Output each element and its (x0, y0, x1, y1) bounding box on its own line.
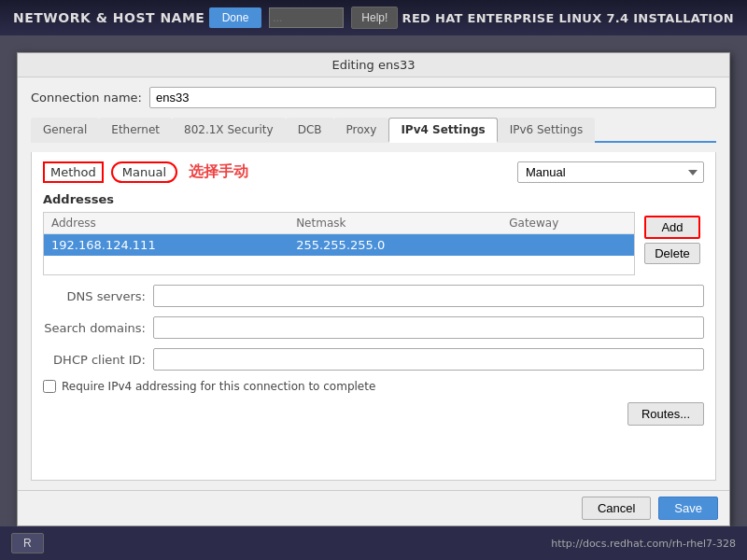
cell-address: 192.168.124.111 (44, 234, 289, 257)
addr-buttons: Add Delete (641, 212, 704, 268)
col-gateway: Gateway (501, 213, 634, 234)
connection-name-row: Connection name: (31, 87, 716, 108)
dns-row: DNS servers: (43, 285, 704, 307)
dns-label: DNS servers: (43, 289, 146, 303)
tab-ipv4[interactable]: IPv4 Settings (388, 118, 497, 143)
col-netmask: Netmask (289, 213, 501, 234)
dialog-title: Editing ens33 (18, 53, 729, 77)
method-label: Method (43, 161, 104, 183)
dialog-footer: Cancel Save (18, 490, 729, 525)
col-address: Address (44, 213, 289, 234)
top-bar: NETWORK & HOST NAME Done Help! RED HAT E… (0, 0, 747, 35)
ipv4-tab-content: Method Manual 选择手动 Manual Automatic (DHC… (31, 152, 716, 481)
dns-input[interactable] (153, 285, 704, 307)
title-left: NETWORK & HOST NAME (13, 10, 204, 25)
addresses-table: Address Netmask Gateway 192.168.124.111 … (44, 213, 634, 274)
search-label: Search domains: (43, 321, 146, 335)
addresses-table-wrapper: Address Netmask Gateway 192.168.124.111 … (43, 212, 635, 275)
dhcp-row: DHCP client ID: (43, 348, 704, 371)
tab-ethernet[interactable]: Ethernet (99, 118, 172, 143)
bottom-bar: R http://docs.redhat.com/rh-rhel7-328 (0, 526, 747, 560)
delete-button[interactable]: Delete (644, 243, 700, 264)
cancel-button[interactable]: Cancel (582, 497, 651, 520)
title-right: RED HAT ENTERPRISE LINUX 7.4 INSTALLATIO… (402, 11, 734, 25)
dhcp-label: DHCP client ID: (43, 353, 146, 367)
search-input[interactable] (153, 316, 704, 339)
tab-ipv6[interactable]: IPv6 Settings (498, 118, 596, 143)
bottom-status: http://docs.redhat.com/rh-rhel7-328 (551, 538, 736, 550)
routes-row: Routes... (43, 402, 704, 426)
connection-name-label: Connection name: (31, 91, 142, 105)
search-input[interactable] (269, 7, 344, 28)
checkbox-label: Require IPv4 addressing for this connect… (62, 380, 375, 393)
bottom-btn-r[interactable]: R (11, 533, 44, 553)
addresses-area: Address Netmask Gateway 192.168.124.111 … (43, 212, 704, 275)
connection-name-input[interactable] (149, 87, 716, 108)
method-value: Manual (111, 161, 177, 183)
tab-general[interactable]: General (31, 118, 99, 143)
method-select[interactable]: Manual Automatic (DHCP) Link-Local Only … (517, 161, 704, 183)
method-dropdown: Manual Automatic (DHCP) Link-Local Only … (517, 161, 704, 183)
editing-dialog: Editing ens33 Connection name: General E… (17, 52, 730, 526)
cell-gateway (501, 234, 634, 257)
dhcp-input[interactable] (153, 348, 704, 371)
search-row: Search domains: (43, 316, 704, 339)
checkbox-row: Require IPv4 addressing for this connect… (43, 380, 704, 393)
method-hint: 选择手动 (189, 162, 248, 182)
cell-netmask: 255.255.255.0 (289, 234, 501, 257)
tabs-bar: General Ethernet 802.1X Security DCB Pro… (31, 118, 716, 143)
done-button[interactable]: Done (209, 7, 262, 28)
tab-proxy[interactable]: Proxy (334, 118, 389, 143)
top-buttons: Done Help! (209, 7, 399, 29)
routes-button[interactable]: Routes... (627, 402, 704, 426)
help-button[interactable]: Help! (351, 7, 398, 29)
add-button[interactable]: Add (644, 216, 700, 239)
ipv4-checkbox[interactable] (43, 380, 56, 393)
tab-dcb[interactable]: DCB (286, 118, 334, 143)
table-row-empty[interactable] (44, 256, 634, 274)
dialog-body: Connection name: General Ethernet 802.1X… (18, 77, 729, 490)
addresses-label: Addresses (43, 192, 704, 206)
method-row: Method Manual 选择手动 Manual Automatic (DHC… (43, 161, 704, 183)
table-header-row: Address Netmask Gateway (44, 213, 634, 234)
table-row[interactable]: 192.168.124.111 255.255.255.0 (44, 234, 634, 257)
save-button[interactable]: Save (658, 497, 718, 520)
addresses-section: Addresses Address Netmask Gateway (43, 192, 704, 275)
tab-8021x[interactable]: 802.1X Security (172, 118, 286, 143)
